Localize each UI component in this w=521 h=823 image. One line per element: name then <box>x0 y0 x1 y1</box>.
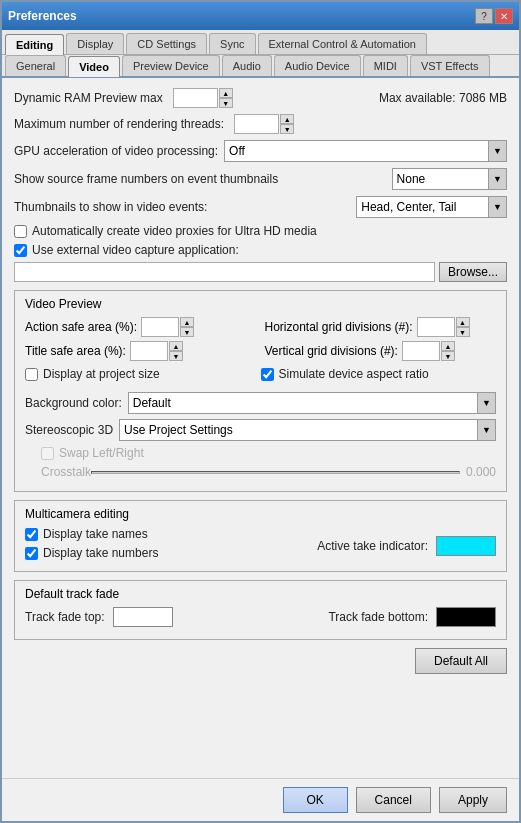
dynamic-ram-unit: Max available: 7086 MB <box>379 91 507 105</box>
swap-checkbox[interactable] <box>41 447 54 460</box>
render-threads-label: Maximum number of rendering threads: <box>14 117 224 131</box>
use-external-checkbox[interactable] <box>14 244 27 257</box>
v-grid-down[interactable]: ▼ <box>441 351 455 361</box>
auto-proxy-row: Automatically create video proxies for U… <box>14 224 507 238</box>
display-numbers-row: Display take numbers <box>25 546 158 560</box>
close-button[interactable]: ✕ <box>495 8 513 24</box>
dynamic-ram-down[interactable]: ▼ <box>219 98 233 108</box>
multicam-title: Multicamera editing <box>25 507 496 521</box>
tab-external-control[interactable]: External Control & Automation <box>258 33 427 54</box>
render-threads-spinner: 16 ▲ ▼ <box>234 114 294 134</box>
tab-display[interactable]: Display <box>66 33 124 54</box>
gpu-dropdown[interactable]: Off ▼ <box>224 140 507 162</box>
crosstalk-row: Crosstalk 0.000 <box>41 465 496 479</box>
tab-editing[interactable]: Editing <box>5 34 64 55</box>
tab-video[interactable]: Video <box>68 56 120 77</box>
v-grid-spinner: 10 ▲ ▼ <box>402 341 455 361</box>
source-frame-value: None <box>393 172 488 186</box>
action-safe-up[interactable]: ▲ <box>180 317 194 327</box>
tab-preview-device[interactable]: Preview Device <box>122 55 220 76</box>
render-threads-row: Maximum number of rendering threads: 16 … <box>14 114 507 134</box>
simulate-checkbox[interactable] <box>261 368 274 381</box>
display-project-label: Display at project size <box>43 367 160 381</box>
browse-button[interactable]: Browse... <box>439 262 507 282</box>
render-threads-down[interactable]: ▼ <box>280 124 294 134</box>
title-safe-row: Title safe area (%): 20 ▲ ▼ <box>25 341 257 361</box>
preferences-window: Preferences ? ✕ Editing Display CD Setti… <box>0 0 521 823</box>
cancel-button[interactable]: Cancel <box>356 787 431 813</box>
h-grid-spinner: 10 ▲ ▼ <box>417 317 470 337</box>
h-grid-spin-btns: ▲ ▼ <box>456 317 470 337</box>
tab-row-2: General Video Preview Device Audio Audio… <box>2 55 519 78</box>
track-fade-top-color[interactable] <box>113 607 173 627</box>
display-project-checkbox[interactable] <box>25 368 38 381</box>
tab-vst-effects[interactable]: VST Effects <box>410 55 490 76</box>
tab-row-1: Editing Display CD Settings Sync Externa… <box>2 30 519 55</box>
tab-sync[interactable]: Sync <box>209 33 255 54</box>
v-grid-up[interactable]: ▲ <box>441 341 455 351</box>
render-threads-input[interactable]: 16 <box>234 114 279 134</box>
apply-button[interactable]: Apply <box>439 787 507 813</box>
title-safe-up[interactable]: ▲ <box>169 341 183 351</box>
render-threads-up[interactable]: ▲ <box>280 114 294 124</box>
tab-midi[interactable]: MIDI <box>363 55 408 76</box>
v-grid-input[interactable]: 10 <box>402 341 440 361</box>
dynamic-ram-label: Dynamic RAM Preview max <box>14 91 163 105</box>
track-fade-title: Default track fade <box>25 587 496 601</box>
stereo-dropdown[interactable]: Use Project Settings ▼ <box>119 419 496 441</box>
title-safe-input[interactable]: 20 <box>130 341 168 361</box>
dynamic-ram-up[interactable]: ▲ <box>219 88 233 98</box>
stereo-row: Stereoscopic 3D Use Project Settings ▼ <box>25 419 496 441</box>
track-fade-section: Default track fade Track fade top: Track… <box>14 580 507 640</box>
bg-color-row: Background color: Default ▼ <box>25 392 496 414</box>
h-grid-input[interactable]: 10 <box>417 317 455 337</box>
tab-audio-device[interactable]: Audio Device <box>274 55 361 76</box>
track-fade-row: Track fade top: Track fade bottom: <box>25 607 496 627</box>
video-preview-section: Video Preview Action safe area (%): 10 ▲… <box>14 290 507 492</box>
action-safe-row: Action safe area (%): 10 ▲ ▼ <box>25 317 257 337</box>
bg-color-dropdown[interactable]: Default ▼ <box>128 392 496 414</box>
title-bar: Preferences ? ✕ <box>2 2 519 30</box>
default-all-button[interactable]: Default All <box>415 648 507 674</box>
dynamic-ram-input[interactable]: 200 <box>173 88 218 108</box>
display-numbers-label: Display take numbers <box>43 546 158 560</box>
display-numbers-checkbox[interactable] <box>25 547 38 560</box>
ok-button[interactable]: OK <box>283 787 348 813</box>
h-grid-up[interactable]: ▲ <box>456 317 470 327</box>
tab-audio[interactable]: Audio <box>222 55 272 76</box>
bg-color-arrow: ▼ <box>477 393 495 413</box>
bottom-buttons: OK Cancel Apply <box>2 778 519 821</box>
gpu-row: GPU acceleration of video processing: Of… <box>14 140 507 162</box>
tab-cd-settings[interactable]: CD Settings <box>126 33 207 54</box>
v-grid-spin-btns: ▲ ▼ <box>441 341 455 361</box>
thumbnails-dropdown[interactable]: Head, Center, Tail ▼ <box>356 196 507 218</box>
tab-general[interactable]: General <box>5 55 66 76</box>
crosstalk-value: 0.000 <box>466 465 496 479</box>
path-input[interactable]: C:\Program Files\Sony\Vegas Pro 13.0\Vid… <box>14 262 435 282</box>
title-safe-down[interactable]: ▼ <box>169 351 183 361</box>
window-controls: ? ✕ <box>475 8 513 24</box>
auto-proxy-label: Automatically create video proxies for U… <box>32 224 317 238</box>
swap-label: Swap Left/Right <box>59 446 144 460</box>
stereo-arrow: ▼ <box>477 420 495 440</box>
source-frame-label: Show source frame numbers on event thumb… <box>14 172 278 186</box>
action-safe-down[interactable]: ▼ <box>180 327 194 337</box>
thumbnails-value: Head, Center, Tail <box>357 200 488 214</box>
display-names-checkbox[interactable] <box>25 528 38 541</box>
source-frame-arrow: ▼ <box>488 169 506 189</box>
help-button[interactable]: ? <box>475 8 493 24</box>
auto-proxy-checkbox[interactable] <box>14 225 27 238</box>
thumbnails-row: Thumbnails to show in video events: Head… <box>14 196 507 218</box>
h-grid-down[interactable]: ▼ <box>456 327 470 337</box>
active-take-color[interactable] <box>436 536 496 556</box>
gpu-label: GPU acceleration of video processing: <box>14 144 218 158</box>
v-grid-row: Vertical grid divisions (#): 10 ▲ ▼ <box>265 341 497 361</box>
v-grid-label: Vertical grid divisions (#): <box>265 344 398 358</box>
dynamic-ram-row: Dynamic RAM Preview max 200 ▲ ▼ Max avai… <box>14 88 507 108</box>
action-safe-input[interactable]: 10 <box>141 317 179 337</box>
track-fade-bottom-color[interactable] <box>436 607 496 627</box>
default-all-row: Default All <box>14 648 507 674</box>
h-grid-label: Horizontal grid divisions (#): <box>265 320 413 334</box>
source-frame-dropdown[interactable]: None ▼ <box>392 168 507 190</box>
use-external-label: Use external video capture application: <box>32 243 239 257</box>
